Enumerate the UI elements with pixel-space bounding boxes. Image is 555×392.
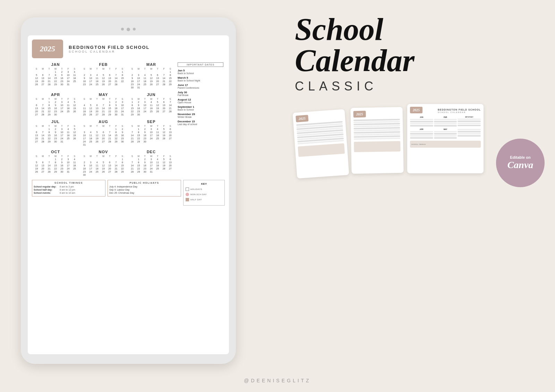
key-box: KEY HOLIDAYSNON-SCH DAYHALF DAY bbox=[183, 180, 225, 206]
important-dates-title: IMPORTANT DATES bbox=[178, 62, 223, 67]
cal-bottom: SCHOOL TIMINGS School regular day:8 am t… bbox=[32, 180, 225, 206]
months-grid: JANSMTWTFS123456789101112131415161718192… bbox=[32, 61, 175, 178]
tablet-camera-row bbox=[28, 28, 229, 31]
month-block-nov: NOVSMTWTFS123456789101112131415161718192… bbox=[80, 148, 127, 178]
cal-header: 2025 BEDDINGTON FIELD SCHOOL SCHOOL CALE… bbox=[32, 40, 225, 58]
key-item: NON-SCH DAY bbox=[186, 193, 222, 196]
date-entry: December 15Last day of school bbox=[178, 120, 223, 125]
thumb-year-3: 2025 bbox=[410, 107, 422, 113]
date-entry: September 1Back to School bbox=[178, 105, 223, 111]
month-block-dec: DECSMTWTFS123456789101112131415161718192… bbox=[128, 148, 175, 178]
calendar-body: JANSMTWTFS123456789101112131415161718192… bbox=[32, 61, 225, 178]
month-block-aug: AUGSMTWTFS123456789101112131415161718192… bbox=[80, 118, 127, 148]
canva-badge-script: Canva bbox=[507, 160, 533, 171]
public-holidays: PUBLIC HOLidAYS July 4: Independence Day… bbox=[108, 180, 181, 197]
month-block-mar: MARSMTWTFS123456789101112131415161718192… bbox=[128, 61, 175, 90]
important-dates-list: Jan 5Back to SchoolMarch 5Back to School… bbox=[178, 69, 223, 125]
holiday-item: Sep 4: Labour Day bbox=[109, 189, 179, 191]
month-block-feb: FEBSMTWTFS123456789101112131415161718192… bbox=[80, 61, 127, 90]
date-entry: Jan 5Back to School bbox=[178, 69, 223, 75]
date-entry: March 5Back to School Night bbox=[178, 76, 223, 82]
date-entry: June 17Parent Conferences bbox=[178, 84, 223, 89]
month-block-jul: JULSMTWTFS123456789101112131415161718192… bbox=[32, 118, 79, 148]
public-holidays-title: PUBLIC HOLidAYS bbox=[109, 182, 179, 184]
key-item: HALF DAY bbox=[186, 198, 222, 201]
holiday-item: July 4: Independence Day bbox=[109, 185, 179, 188]
timing-row: School half day:8 am to 12 pm bbox=[34, 189, 104, 191]
date-entry: August 12Open House bbox=[178, 98, 223, 104]
key-title: KEY bbox=[186, 182, 222, 185]
tablet-dot bbox=[121, 28, 124, 31]
cal-school-sub: SCHOOL CALENDAR bbox=[69, 50, 150, 53]
tablet-screen: 2025 BEDDINGTON FIELD SCHOOL SCHOOL CALE… bbox=[28, 35, 229, 354]
month-block-sep: SEPSMTWTFS123456789101112131415161718192… bbox=[128, 118, 175, 148]
timing-row: School regular day:8 am to 3 pm bbox=[34, 185, 104, 188]
holiday-item: Dec 25: Christmas Day bbox=[109, 192, 179, 194]
date-entry: November 29Winter Break bbox=[178, 113, 223, 118]
cal-year-box: 2025 bbox=[32, 40, 63, 58]
tablet-dot bbox=[133, 28, 136, 31]
right-section: School Calendar CLASSIC 2025 2025 bbox=[295, 14, 538, 177]
thumb-year-2: 2025 bbox=[353, 111, 366, 118]
month-block-oct: OCTSMTWTFS123456789101112131415161718192… bbox=[32, 148, 79, 178]
key-items-list: HOLIDAYSNON-SCH DAYHALF DAY bbox=[186, 188, 222, 201]
timings-list: School regular day:8 am to 3 pmSchool ha… bbox=[34, 185, 104, 194]
title-classic: CLASSIC bbox=[295, 79, 538, 94]
month-block-jan: JANSMTWTFS123456789101112131415161718192… bbox=[32, 61, 79, 90]
thumb-1: 2025 bbox=[293, 109, 349, 178]
month-block-apr: APRSMTWTFS123456789101112131415161718192… bbox=[32, 91, 79, 117]
cal-school-name: BEDDINGTON FIELD SCHOOL bbox=[69, 45, 150, 50]
holidays-list: July 4: Independence DaySep 4: Labour Da… bbox=[109, 185, 179, 194]
month-block-may: MAYSMTWTFS123456789101112131415161718192… bbox=[80, 91, 127, 117]
thumb-3: 2025 BEDDINGTON FIELD SCHOOLSCHOOL CALEN… bbox=[407, 104, 484, 173]
canva-badge: Editable on Canva bbox=[496, 139, 545, 187]
month-block-jun: JUNSMTWTFS123456789101112131415161718192… bbox=[128, 91, 175, 117]
school-timings-title: SCHOOL TIMINGS bbox=[34, 182, 104, 184]
footer-handle: @DEENISEGLITZ bbox=[0, 378, 555, 383]
timing-row: School events:8 am to 10 am bbox=[34, 192, 104, 194]
tablet-dot bbox=[127, 28, 130, 31]
important-dates-panel: IMPORTANT DATES Jan 5Back to SchoolMarch… bbox=[176, 61, 225, 178]
thumb-2: 2025 bbox=[350, 107, 403, 174]
school-timings: SCHOOL TIMINGS School regular day:8 am t… bbox=[32, 180, 105, 197]
cal-school-info: BEDDINGTON FIELD SCHOOL SCHOOL CALENDAR bbox=[69, 45, 150, 53]
thumbnails-section: 2025 2025 bbox=[295, 104, 538, 177]
title-school: School bbox=[295, 14, 538, 45]
title-calendar: Calendar bbox=[295, 45, 538, 76]
date-entry: July 30Fall Break bbox=[178, 91, 223, 96]
tablet: 2025 BEDDINGTON FIELD SCHOOL SCHOOL CALE… bbox=[21, 17, 236, 364]
thumb-year-1: 2025 bbox=[296, 115, 308, 122]
key-item: HOLIDAYS bbox=[186, 188, 222, 191]
